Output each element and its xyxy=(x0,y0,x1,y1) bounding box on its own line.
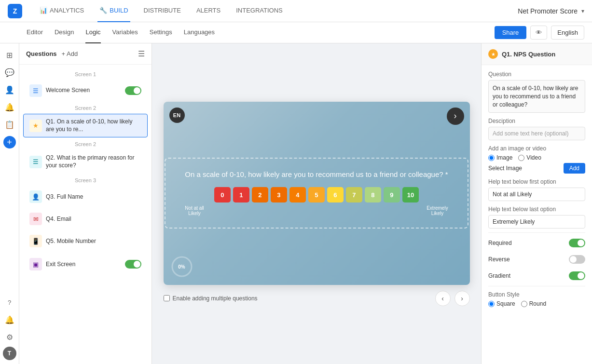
help-icon[interactable]: ? xyxy=(2,295,17,310)
question-field-value[interactable]: On a scale of 0-10, how likely are you t… xyxy=(488,80,585,113)
welcome-icon: ☰ xyxy=(29,84,42,97)
help-last-input[interactable] xyxy=(488,215,585,229)
nps-btn-7[interactable]: 7 xyxy=(346,187,362,202)
required-toggle-row: Required xyxy=(488,237,585,249)
list-item[interactable]: ▣ Exit Screen xyxy=(23,254,148,275)
list-item[interactable]: ★ Q1. On a scale of 0-10, how likely are… xyxy=(23,114,148,137)
q5-label: Q5. Mobile Number xyxy=(46,238,141,245)
right-panel: ★ Q1. NPS Question Question On a scale o… xyxy=(481,43,592,364)
square-radio-input[interactable] xyxy=(488,301,495,307)
q4-label: Q4. Email xyxy=(46,216,141,223)
tab-settings[interactable]: Settings xyxy=(150,22,172,43)
nps-btn-6[interactable]: 6 xyxy=(327,187,344,202)
sidebar-icon-grid[interactable]: ⊞ xyxy=(2,47,17,63)
nps-btn-2[interactable]: 2 xyxy=(252,187,268,202)
nps-btn-3[interactable]: 3 xyxy=(271,187,287,202)
nps-btn-8[interactable]: 8 xyxy=(365,187,381,202)
sidebar-icon-bell[interactable]: 🔔 xyxy=(2,99,17,115)
reorder-icon[interactable]: ☰ xyxy=(138,49,145,58)
en-badge: EN xyxy=(169,108,185,123)
tab-languages[interactable]: Languages xyxy=(184,22,215,43)
question-box: On a scale of 0-10, how likely are you t… xyxy=(165,158,468,229)
video-radio[interactable]: Video xyxy=(518,154,541,161)
screen-2b-label: Screen 2 xyxy=(19,138,151,149)
progress-indicator: 0% xyxy=(170,255,193,278)
sidebar-icon-chat[interactable]: 💬 xyxy=(2,65,17,80)
tab-variables[interactable]: Variables xyxy=(112,22,138,43)
list-item[interactable]: 👤 Q3. Full Name xyxy=(23,186,148,207)
nav-distribute[interactable]: DISTRIBUTE xyxy=(142,0,183,22)
round-radio-input[interactable] xyxy=(521,301,527,307)
next-arrow[interactable]: › xyxy=(454,291,470,306)
enable-checkbox-label: Enable adding multiple questions xyxy=(173,295,258,302)
add-question-button[interactable]: + Add xyxy=(62,50,78,57)
notifications-icon[interactable]: 🔔 xyxy=(2,312,17,327)
prev-arrow[interactable]: ‹ xyxy=(435,291,451,306)
list-item[interactable]: ☰ Q2. What is the primary reason for you… xyxy=(23,150,148,174)
welcome-toggle[interactable] xyxy=(125,86,141,95)
enable-checkbox[interactable]: Enable adding multiple questions xyxy=(164,295,258,302)
button-style-label: Button Style xyxy=(488,291,585,298)
media-label: Add an image or video xyxy=(488,145,585,152)
next-button[interactable]: › xyxy=(447,108,464,125)
nav-arrows: ‹ › xyxy=(435,291,470,306)
reverse-toggle-row: Reverse xyxy=(488,253,585,266)
screen-1-label: Screen 1 xyxy=(19,68,151,79)
q1-label: Q1. On a scale of 0-10, how likely are y… xyxy=(46,118,141,133)
nav-build[interactable]: 🔧 BUILD xyxy=(97,0,130,22)
nav-alerts[interactable]: ALERTS xyxy=(194,0,222,22)
analytics-icon: 📊 xyxy=(40,7,47,14)
survey-preview: EN › On a scale of 0-10, how likely are … xyxy=(164,102,470,285)
right-panel-body: Question On a scale of 0-10, how likely … xyxy=(482,65,592,313)
nps-buttons: 012345678910 xyxy=(185,187,448,202)
reverse-toggle[interactable] xyxy=(569,255,585,264)
nps-btn-9[interactable]: 9 xyxy=(384,187,400,202)
gradient-toggle[interactable] xyxy=(569,271,585,280)
sidebar-icon-user[interactable]: 👤 xyxy=(2,82,17,97)
description-field[interactable]: Add some text here (optional) xyxy=(488,127,585,140)
nps-btn-5[interactable]: 5 xyxy=(308,187,325,202)
canvas-bottom: Enable adding multiple questions ‹ › xyxy=(164,291,470,306)
exit-icon: ▣ xyxy=(29,258,42,270)
tab-design[interactable]: Design xyxy=(55,22,74,43)
list-item[interactable]: ✉ Q4. Email xyxy=(23,208,148,229)
nps-btn-0[interactable]: 0 xyxy=(214,187,231,202)
add-image-button[interactable]: Add xyxy=(564,163,585,174)
square-radio[interactable]: Square xyxy=(488,300,515,307)
list-item[interactable]: ☰ Welcome Screen xyxy=(23,80,148,101)
questions-label: Questions xyxy=(26,50,57,57)
round-radio[interactable]: Round xyxy=(521,300,546,307)
right-panel-title: Q1. NPS Question xyxy=(502,51,555,58)
tab-logic[interactable]: Logic xyxy=(85,22,100,43)
image-radio-input[interactable] xyxy=(488,155,495,161)
q3-icon: 👤 xyxy=(29,190,42,203)
help-first-input[interactable] xyxy=(488,188,585,201)
nav-analytics[interactable]: 📊 ANALYTICS xyxy=(38,0,86,22)
q-badge: ★ xyxy=(488,49,498,59)
preview-button[interactable]: 👁 xyxy=(530,26,547,40)
progress-text: 0% xyxy=(178,264,185,269)
share-button[interactable]: Share xyxy=(495,26,527,39)
avatar[interactable]: T xyxy=(3,347,16,360)
sidebar-header: Questions + Add ☰ xyxy=(19,43,151,65)
chevron-down-icon[interactable]: ▾ xyxy=(581,8,584,14)
nps-btn-10[interactable]: 10 xyxy=(402,187,419,202)
image-radio[interactable]: Image xyxy=(488,154,512,161)
exit-toggle[interactable] xyxy=(125,260,141,269)
required-toggle[interactable] xyxy=(569,239,585,247)
nav-integrations[interactable]: INTEGRATIONS xyxy=(234,0,285,22)
add-circle-button[interactable]: + xyxy=(3,136,16,148)
nps-btn-4[interactable]: 4 xyxy=(289,187,306,202)
sub-nav-right: Share 👁 English xyxy=(495,26,584,40)
enable-checkbox-input[interactable] xyxy=(164,295,170,301)
q2-icon: ☰ xyxy=(29,156,42,168)
description-field-label: Desciption xyxy=(488,118,585,124)
language-button[interactable]: English xyxy=(551,26,584,40)
video-radio-input[interactable] xyxy=(518,155,524,161)
q3-label: Q3. Full Name xyxy=(46,193,141,201)
sidebar-icon-clipboard[interactable]: 📋 xyxy=(2,117,17,132)
nps-btn-1[interactable]: 1 xyxy=(233,187,249,202)
settings-icon[interactable]: ⚙ xyxy=(2,329,17,345)
list-item[interactable]: 📱 Q5. Mobile Number xyxy=(23,230,148,252)
tab-editor[interactable]: Editor xyxy=(27,22,43,43)
